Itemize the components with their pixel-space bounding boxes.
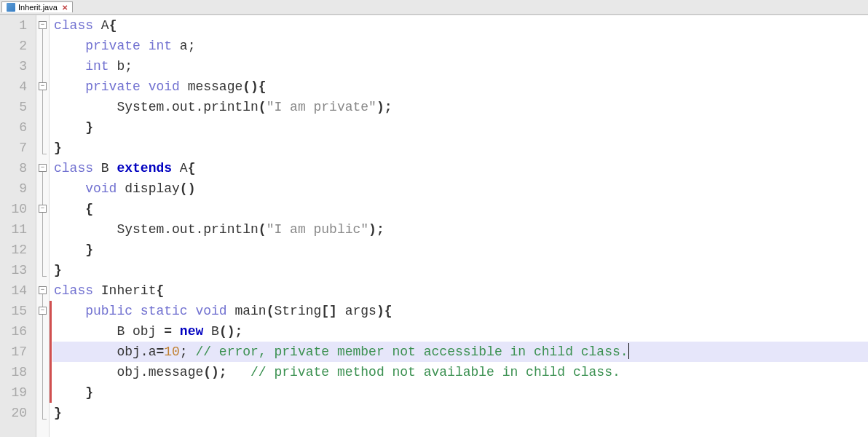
line-number: 20 (7, 403, 27, 423)
fold-guide (42, 172, 43, 276)
code-line: public static void main(String[] args){ (52, 301, 868, 321)
line-number-gutter: 1 2 3 4 5 6 7 8 9 10 11 12 13 14 15 16 1… (0, 15, 36, 437)
tab-filename: Inherit.java (18, 3, 58, 12)
line-number: 13 (7, 260, 27, 280)
code-line: System.out.println("I am private"); (52, 97, 868, 117)
code-line: System.out.println("I am public"); (52, 219, 868, 240)
code-line: { (52, 199, 868, 219)
line-number: 10 (7, 199, 27, 219)
fold-toggle-icon[interactable]: − (39, 82, 47, 90)
line-number: 14 (7, 280, 27, 301)
code-line: } (52, 138, 868, 158)
line-number: 17 (7, 342, 27, 362)
line-number: 9 (7, 178, 27, 199)
fold-toggle-icon[interactable]: − (39, 21, 47, 29)
code-line: class A{ (52, 15, 868, 36)
text-cursor (628, 343, 629, 359)
code-line: } (52, 382, 868, 403)
line-number: 18 (7, 362, 27, 382)
code-line: } (52, 240, 868, 260)
fold-guide-end (42, 154, 47, 154)
file-tab[interactable]: Inherit.java ✕ (1, 1, 73, 12)
code-line: obj.message(); // private method not ava… (52, 362, 868, 382)
line-number: 16 (7, 321, 27, 342)
code-line: class Inherit{ (52, 280, 868, 301)
line-number: 12 (7, 240, 27, 260)
line-number: 7 (7, 138, 27, 158)
tab-bar: Inherit.java ✕ (0, 0, 868, 15)
code-line-current: obj.a=10; // error, private member not a… (52, 342, 868, 362)
line-number: 11 (7, 219, 27, 240)
java-file-icon (7, 3, 15, 12)
line-number: 1 (7, 15, 27, 36)
code-line: int b; (52, 56, 868, 76)
fold-column: − − − − − − (36, 15, 50, 437)
fold-guide (42, 29, 43, 154)
line-number: 6 (7, 117, 27, 138)
change-marker (50, 301, 52, 403)
line-number: 2 (7, 36, 27, 56)
code-line: private int a; (52, 36, 868, 56)
line-number: 19 (7, 382, 27, 403)
fold-toggle-icon[interactable]: − (39, 164, 47, 172)
close-icon[interactable]: ✕ (62, 4, 68, 12)
fold-guide-end (42, 276, 47, 277)
line-number: 4 (7, 76, 27, 97)
fold-toggle-icon[interactable]: − (39, 307, 47, 315)
code-line: private void message(){ (52, 76, 868, 97)
code-line: void display() (52, 178, 868, 199)
code-line: } (52, 117, 868, 138)
fold-toggle-icon[interactable]: − (39, 286, 47, 294)
code-line: } (52, 403, 868, 423)
code-line: } (52, 260, 868, 280)
line-number: 5 (7, 97, 27, 117)
fold-toggle-icon[interactable]: − (39, 205, 47, 213)
line-number: 15 (7, 301, 27, 321)
code-line: B obj = new B(); (52, 321, 868, 342)
code-area[interactable]: class A{ private int a; int b; private v… (52, 15, 868, 437)
fold-guide-end (42, 419, 47, 420)
line-number: 8 (7, 158, 27, 178)
editor: 1 2 3 4 5 6 7 8 9 10 11 12 13 14 15 16 1… (0, 15, 868, 437)
code-line: class B extends A{ (52, 158, 868, 178)
line-number: 3 (7, 56, 27, 76)
